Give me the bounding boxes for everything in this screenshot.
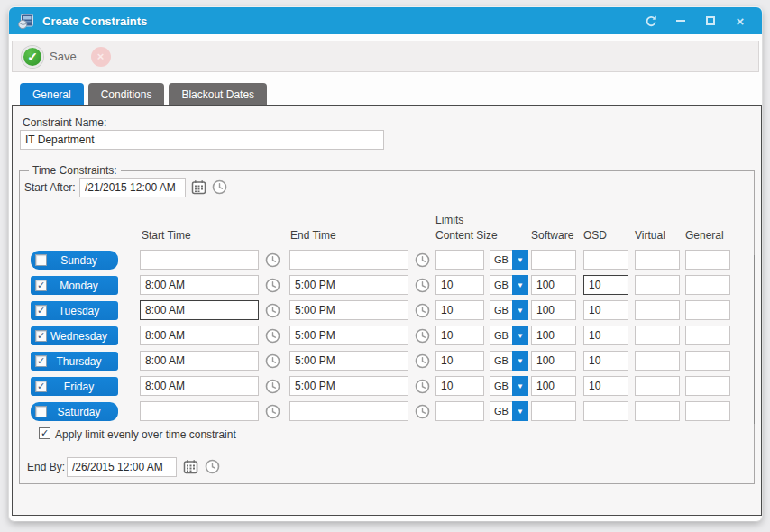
virtual-limit-input[interactable] xyxy=(635,401,680,421)
software-limit-input[interactable] xyxy=(531,376,576,396)
tab-blackout-dates[interactable]: Blackout Dates xyxy=(169,83,267,105)
end-time-input[interactable] xyxy=(289,401,408,421)
tab-general[interactable]: General xyxy=(20,83,84,105)
content-size-input[interactable] xyxy=(435,351,484,371)
start-time-input[interactable] xyxy=(140,275,259,295)
general-limit-input[interactable] xyxy=(685,326,730,345)
osd-limit-input[interactable] xyxy=(583,376,628,396)
clock-icon[interactable] xyxy=(415,303,430,318)
unit-dropdown[interactable]: GB▼ xyxy=(490,275,528,295)
clock-icon[interactable] xyxy=(265,379,280,394)
day-toggle-tuesday[interactable]: ✓Tuesday xyxy=(31,301,118,320)
osd-limit-input[interactable] xyxy=(583,275,628,295)
day-toggle-wednesday[interactable]: ✓Wednesday xyxy=(31,326,118,345)
general-limit-input[interactable] xyxy=(685,351,730,371)
clock-icon[interactable] xyxy=(265,404,280,419)
virtual-limit-input[interactable] xyxy=(635,326,680,345)
start-time-input[interactable] xyxy=(140,351,259,371)
day-checkbox[interactable]: ✓ xyxy=(35,381,47,392)
unit-dropdown[interactable]: GB▼ xyxy=(490,401,528,421)
start-time-input[interactable] xyxy=(140,250,259,270)
general-limit-input[interactable] xyxy=(685,300,730,320)
day-toggle-thursday[interactable]: ✓Thursday xyxy=(31,352,118,371)
chevron-down-icon[interactable]: ▼ xyxy=(512,300,528,320)
calendar-icon[interactable] xyxy=(191,179,206,195)
unit-dropdown[interactable]: GB▼ xyxy=(490,250,528,270)
cancel-icon[interactable]: × xyxy=(91,47,111,67)
software-limit-input[interactable] xyxy=(531,250,576,270)
close-icon[interactable]: × xyxy=(733,14,747,28)
start-after-input[interactable] xyxy=(79,178,186,197)
end-time-input[interactable] xyxy=(289,275,408,295)
clock-icon[interactable] xyxy=(415,278,430,293)
clock-icon[interactable] xyxy=(212,179,227,195)
clock-icon[interactable] xyxy=(415,328,430,344)
general-limit-input[interactable] xyxy=(685,250,730,270)
clock-icon[interactable] xyxy=(265,278,280,293)
save-button[interactable]: ✓ Save xyxy=(22,46,77,68)
osd-limit-input[interactable] xyxy=(583,326,628,345)
general-limit-input[interactable] xyxy=(685,401,730,421)
calendar-icon[interactable] xyxy=(183,459,198,474)
content-size-input[interactable] xyxy=(435,376,484,396)
day-checkbox[interactable] xyxy=(35,254,47,266)
day-toggle-saturday[interactable]: Saturday xyxy=(31,402,118,421)
day-checkbox[interactable]: ✓ xyxy=(35,305,47,316)
unit-dropdown[interactable]: GB▼ xyxy=(490,326,528,345)
virtual-limit-input[interactable] xyxy=(635,250,680,270)
content-size-input[interactable] xyxy=(435,275,484,295)
start-time-input[interactable] xyxy=(140,300,259,320)
osd-limit-input[interactable] xyxy=(583,250,628,270)
day-checkbox[interactable] xyxy=(35,406,47,417)
clock-icon[interactable] xyxy=(415,404,430,419)
chevron-down-icon[interactable]: ▼ xyxy=(512,401,528,421)
day-toggle-sunday[interactable]: Sunday xyxy=(31,251,118,270)
chevron-down-icon[interactable]: ▼ xyxy=(512,326,528,345)
day-checkbox[interactable]: ✓ xyxy=(35,355,47,367)
clock-icon[interactable] xyxy=(415,252,430,268)
day-toggle-monday[interactable]: ✓Monday xyxy=(31,276,118,295)
constraint-name-input[interactable] xyxy=(20,130,384,150)
chevron-down-icon[interactable]: ▼ xyxy=(512,351,528,371)
start-time-input[interactable] xyxy=(140,326,259,345)
osd-limit-input[interactable] xyxy=(583,401,628,421)
general-limit-input[interactable] xyxy=(685,376,730,396)
software-limit-input[interactable] xyxy=(531,326,576,345)
virtual-limit-input[interactable] xyxy=(635,275,680,295)
end-by-input[interactable] xyxy=(67,457,177,477)
osd-limit-input[interactable] xyxy=(583,300,628,320)
end-time-input[interactable] xyxy=(289,376,408,396)
unit-dropdown[interactable]: GB▼ xyxy=(490,351,528,371)
clock-icon[interactable] xyxy=(265,328,280,344)
unit-dropdown[interactable]: GB▼ xyxy=(490,376,528,396)
day-toggle-friday[interactable]: ✓Friday xyxy=(31,377,118,396)
end-time-input[interactable] xyxy=(289,326,408,345)
content-size-input[interactable] xyxy=(435,401,484,421)
start-time-input[interactable] xyxy=(140,401,259,421)
end-time-input[interactable] xyxy=(289,250,408,270)
day-checkbox[interactable]: ✓ xyxy=(35,330,47,342)
apply-limit-checkbox[interactable]: ✓ xyxy=(39,427,50,439)
clock-icon[interactable] xyxy=(415,379,430,394)
virtual-limit-input[interactable] xyxy=(635,376,680,396)
content-size-input[interactable] xyxy=(435,326,484,345)
virtual-limit-input[interactable] xyxy=(635,300,680,320)
minimize-icon[interactable] xyxy=(674,14,688,28)
day-checkbox[interactable]: ✓ xyxy=(35,280,47,291)
content-size-input[interactable] xyxy=(435,250,484,270)
virtual-limit-input[interactable] xyxy=(635,351,680,371)
start-time-input[interactable] xyxy=(140,376,259,396)
clock-icon[interactable] xyxy=(205,459,220,474)
end-time-input[interactable] xyxy=(289,351,408,371)
clock-icon[interactable] xyxy=(265,353,280,369)
software-limit-input[interactable] xyxy=(531,401,576,421)
tab-conditions[interactable]: Conditions xyxy=(88,83,165,105)
clock-icon[interactable] xyxy=(265,303,280,318)
maximize-icon[interactable] xyxy=(703,14,718,28)
software-limit-input[interactable] xyxy=(531,275,576,295)
chevron-down-icon[interactable]: ▼ xyxy=(512,275,528,295)
chevron-down-icon[interactable]: ▼ xyxy=(512,376,528,396)
end-time-input[interactable] xyxy=(289,300,408,320)
content-size-input[interactable] xyxy=(435,300,484,320)
software-limit-input[interactable] xyxy=(531,351,576,371)
